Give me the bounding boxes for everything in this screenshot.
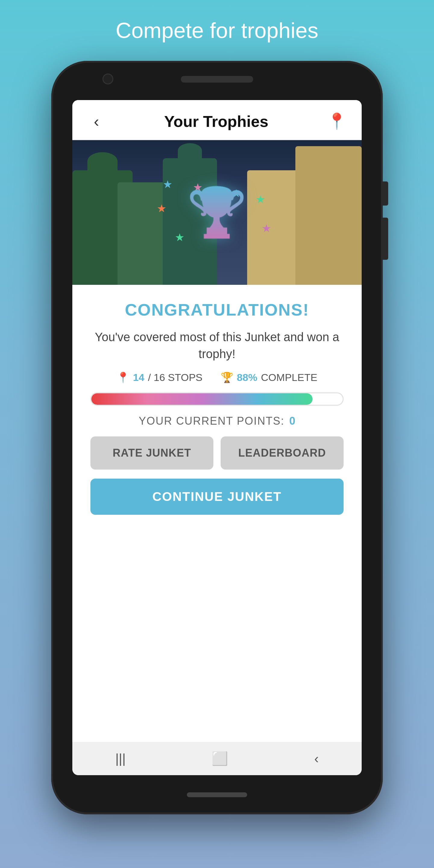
phone-bottom [51,775,383,814]
progress-container [90,393,344,406]
trophy-stat-icon: 🏆 [221,371,233,383]
phone-screen: ‹ Your Trophies 📍 [72,100,362,775]
complete-label: COMPLETE [261,372,317,383]
stats-row: 📍 14 / 16 STOPS 🏆 88% COMPLETE [90,371,344,383]
app-content: ★ ★ ★ ★ ★ ★ ★ 🏆 CONGRATULATIONS! You've … [72,140,362,742]
secondary-buttons-row: RATE JUNKET LEADERBOARD [90,436,344,470]
side-button-volume-up [383,181,388,206]
phone-top-bar [51,61,383,100]
home-icon: ⬜ [212,751,228,767]
back-nav-button[interactable]: ‹ [314,751,319,766]
stops-separator-label: / 16 STOPS [148,372,203,383]
building-right [296,146,362,285]
trophy-icon: 🏆 [187,184,247,241]
continue-junket-button[interactable]: CONTINUE JUNKET [90,478,344,515]
phone-shell: ‹ Your Trophies 📍 [51,61,383,814]
page-bg-title: Compete for trophies [116,18,318,43]
congratulations-text: CONGRATULATIONS! [125,300,309,319]
recents-nav-button[interactable]: ||| [116,751,126,766]
recents-icon: ||| [116,751,126,766]
side-button-power [383,218,388,260]
phone-nav-bar: ||| ⬜ ‹ [72,742,362,775]
nav-back-icon: ‹ [314,751,319,766]
location-button[interactable]: 📍 [327,112,347,130]
phone-speaker [181,76,253,83]
leaderboard-button[interactable]: LEADERBOARD [221,436,344,470]
city-background: ★ ★ ★ ★ ★ ★ ★ 🏆 [72,140,362,285]
star-4-icon: ★ [157,202,166,215]
stops-stat: 📍 14 / 16 STOPS [117,371,203,383]
points-label: YOUR CURRENT POINTS: [138,415,284,427]
building-center-left [118,182,166,285]
location-pin-icon: 📍 [327,113,347,130]
building-right-2 [247,170,301,285]
home-indicator [187,792,247,797]
stops-location-icon: 📍 [117,371,129,383]
header-title: Your Trophies [164,113,269,130]
stops-current-value: 14 [133,372,144,383]
subtitle-text: You've covered most of this Junket and w… [90,329,344,362]
complete-stat: 🏆 88% COMPLETE [221,371,317,383]
trophy-image-container: ★ ★ ★ ★ ★ ★ ★ 🏆 [72,140,362,285]
star-6-icon: ★ [175,231,184,244]
trophy-overlay: ★ ★ ★ ★ ★ ★ ★ 🏆 [187,184,247,241]
star-1-icon: ★ [163,178,173,191]
star-5-icon: ★ [261,222,271,235]
progress-bar [91,393,313,405]
content-body: CONGRATULATIONS! You've covered most of … [72,285,362,530]
points-row: YOUR CURRENT POINTS: 0 [138,415,295,427]
home-nav-button[interactable]: ⬜ [212,751,228,767]
back-icon: ‹ [94,114,99,129]
complete-value: 88% [237,372,257,383]
rate-junket-button[interactable]: RATE JUNKET [90,436,213,470]
points-value: 0 [289,415,296,427]
back-button[interactable]: ‹ [87,113,105,130]
phone-camera [102,73,113,84]
star-3-icon: ★ [255,193,265,206]
app-header: ‹ Your Trophies 📍 [72,100,362,140]
